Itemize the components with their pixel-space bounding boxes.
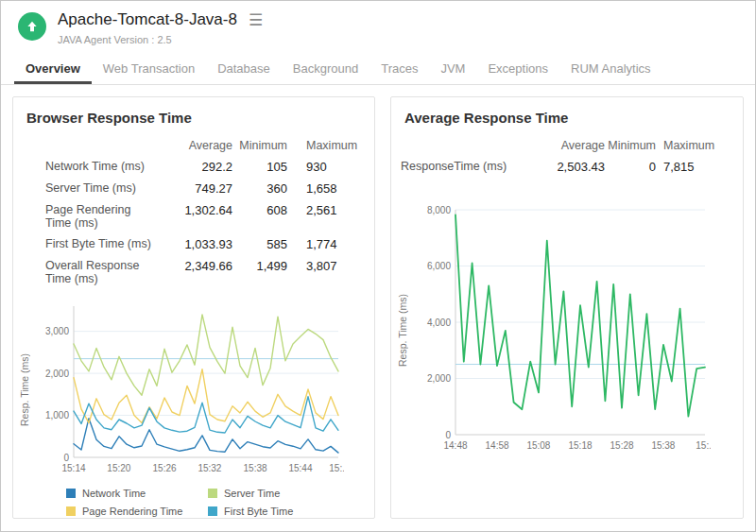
metric-minimum: 105 — [232, 156, 287, 178]
svg-text:0: 0 — [63, 453, 69, 463]
tab-background[interactable]: Background — [282, 54, 369, 84]
tab-exceptions[interactable]: Exceptions — [476, 54, 559, 84]
browser-metrics-table: Average Minimum Maximum Network Time (ms… — [45, 135, 372, 289]
legend-label: Network Time — [82, 488, 146, 499]
table-header-row: Average Minimum Maximum — [401, 135, 716, 156]
svg-text:15:..: 15:.. — [696, 440, 711, 451]
metric-row: Network Time (ms) 292.2 105 930 — [45, 156, 372, 178]
legend-item-server-time: Server Time — [208, 488, 374, 499]
metric-minimum: 1,499 — [232, 255, 287, 289]
metric-row: Server Time (ms) 749.27 360 1,658 — [45, 178, 372, 199]
legend-swatch — [66, 489, 76, 498]
svg-text:15:..: 15:.. — [329, 463, 344, 473]
metric-minimum: 585 — [232, 233, 287, 255]
metric-label: Network Time (ms) — [45, 156, 157, 178]
svg-text:8,000: 8,000 — [427, 205, 451, 215]
metric-maximum: 7,815 — [656, 156, 716, 178]
metric-row: ResponseTime (ms) 2,503.43 0 7,815 — [401, 156, 716, 178]
svg-text:1,000: 1,000 — [45, 410, 69, 420]
column-minimum: Minimum — [605, 135, 656, 156]
metric-minimum: 360 — [232, 178, 287, 199]
svg-text:2,000: 2,000 — [427, 373, 451, 384]
svg-text:0: 0 — [445, 430, 451, 440]
svg-text:15:28: 15:28 — [610, 440, 634, 451]
column-average: Average — [157, 135, 232, 156]
metric-maximum: 1,774 — [287, 233, 372, 255]
menu-icon[interactable]: ☰ — [249, 12, 263, 28]
metric-row: Page Rendering Time (ms) 1,302.64 608 2,… — [45, 199, 372, 233]
svg-text:15:44: 15:44 — [288, 463, 312, 473]
svg-text:4,000: 4,000 — [427, 317, 451, 328]
browser-response-chart: 01,0002,0003,00015:1415:2015:2615:3215:3… — [32, 299, 374, 480]
legend-item-network-time: Network Time — [66, 488, 208, 499]
tab-web-transaction[interactable]: Web Transaction — [92, 54, 206, 84]
tab-database[interactable]: Database — [206, 54, 282, 84]
legend-item-page-rendering-time: Page Rendering Time — [66, 506, 208, 517]
legend-label: First Byte Time — [224, 506, 293, 517]
svg-text:3,000: 3,000 — [45, 326, 69, 336]
arrow-up-icon — [25, 19, 40, 34]
metric-label: First Byte Time (ms) — [45, 233, 157, 255]
monitor-status-icon — [18, 12, 46, 41]
metric-maximum: 3,807 — [287, 255, 372, 289]
svg-text:15:08: 15:08 — [526, 440, 550, 451]
svg-text:15:38: 15:38 — [244, 463, 267, 473]
svg-text:15:32: 15:32 — [198, 463, 221, 473]
metric-minimum: 0 — [605, 156, 656, 178]
metric-average: 2,349.66 — [157, 255, 232, 289]
svg-text:15:20: 15:20 — [107, 463, 130, 473]
legend-swatch — [208, 489, 217, 498]
average-metrics-table: Average Minimum Maximum ResponseTime (ms… — [401, 135, 716, 178]
panel-title: Average Response Time — [391, 97, 743, 129]
y-axis-label: Resp. Time (ms) — [397, 202, 410, 457]
column-maximum: Maximum — [656, 135, 716, 156]
metric-maximum: 930 — [287, 156, 372, 178]
legend-swatch — [66, 506, 76, 516]
metric-average: 1,033.93 — [157, 233, 232, 255]
agent-version-label: JAVA Agent Version : 2.5 — [58, 34, 263, 45]
column-maximum: Maximum — [287, 135, 372, 156]
svg-text:14:58: 14:58 — [486, 440, 509, 451]
svg-text:14:48: 14:48 — [443, 440, 467, 451]
tab-rum-analytics[interactable]: RUM Analytics — [559, 54, 662, 84]
metric-maximum: 2,561 — [287, 199, 372, 233]
column-average: Average — [527, 135, 605, 156]
table-header-row: Average Minimum Maximum — [45, 135, 372, 156]
chart-legend: Network Time Server Time Page Rendering … — [66, 488, 374, 517]
svg-text:15:38: 15:38 — [651, 440, 675, 451]
tabbar: Overview Web Transaction Database Backgr… — [1, 54, 755, 85]
tab-traces[interactable]: Traces — [369, 54, 429, 84]
metric-label: Server Time (ms) — [45, 178, 157, 199]
metric-label: Page Rendering Time (ms) — [45, 199, 157, 233]
column-minimum: Minimum — [232, 135, 287, 156]
app-header: Apache-Tomcat-8-Java-8 ☰ JAVA Agent Vers… — [1, 1, 755, 54]
metric-average: 292.2 — [157, 156, 232, 178]
metric-average: 1,302.64 — [157, 199, 232, 233]
metric-maximum: 1,658 — [287, 178, 372, 199]
tab-overview[interactable]: Overview — [14, 54, 92, 84]
browser-response-time-panel: Browser Response Time Average Minimum Ma… — [12, 96, 375, 519]
tab-jvm[interactable]: JVM — [429, 54, 476, 84]
browser-response-chart-wrap: Resp. Time (ms) 01,0002,0003,00015:1415:… — [13, 299, 374, 480]
svg-text:15:26: 15:26 — [153, 463, 177, 473]
metric-row: First Byte Time (ms) 1,033.93 585 1,774 — [45, 233, 372, 255]
page-title: Apache-Tomcat-8-Java-8 — [58, 10, 237, 29]
legend-item-first-byte-time: First Byte Time — [208, 506, 374, 517]
panel-title: Browser Response Time — [13, 97, 374, 129]
average-response-time-panel: Average Response Time Average Minimum Ma… — [390, 96, 744, 519]
metric-label: Overall Response Time (ms) — [45, 255, 157, 289]
legend-label: Server Time — [224, 488, 280, 499]
svg-text:15:18: 15:18 — [568, 440, 592, 451]
metric-row: Overall Response Time (ms) 2,349.66 1,49… — [45, 255, 372, 289]
metric-label: ResponseTime (ms) — [401, 156, 527, 178]
svg-text:6,000: 6,000 — [427, 261, 451, 271]
svg-text:15:14: 15:14 — [61, 463, 85, 473]
average-response-chart: 02,0004,0006,0008,00014:4814:5815:0815:1… — [410, 202, 743, 457]
svg-text:2,000: 2,000 — [45, 369, 69, 379]
metric-minimum: 608 — [232, 199, 287, 233]
metric-average: 749.27 — [157, 178, 232, 199]
y-axis-label: Resp. Time (ms) — [19, 299, 32, 480]
legend-swatch — [208, 506, 217, 516]
average-response-chart-wrap: Resp. Time (ms) 02,0004,0006,0008,00014:… — [391, 202, 743, 457]
metric-average: 2,503.43 — [527, 156, 605, 178]
